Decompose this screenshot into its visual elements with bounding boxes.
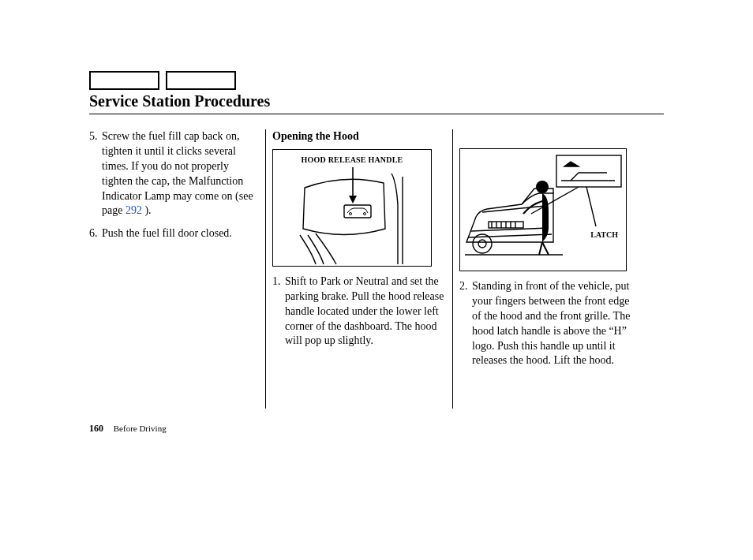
figure-label-latch: LATCH [590,230,618,241]
svg-rect-5 [556,155,621,187]
page-footer: 160 Before Driving [89,423,167,435]
section-name: Before Driving [114,424,167,433]
title-rule [89,114,664,114]
hood-latch-illustration [460,149,626,271]
svg-point-1 [350,212,352,215]
top-tab-boxes [89,71,236,90]
svg-marker-4 [349,196,357,203]
text-run: ). [142,204,152,216]
list-number: 1. [272,274,285,349]
list-item: 6. Push the fuel fill door closed. [89,226,259,241]
svg-line-18 [586,187,596,226]
hood-open-steps: 1. Shift to Park or Neutral and set the … [272,274,446,349]
list-item: 5. Screw the fuel fill cap back on, tigh… [89,129,259,218]
list-text: Standing in front of the vehicle, put yo… [472,279,637,368]
list-text: Screw the fuel fill cap back on, tighten… [102,129,259,218]
hood-release-illustration [273,150,431,266]
list-number: 6. [89,226,102,241]
hood-latch-steps: 2. Standing in front of the vehicle, put… [459,279,637,368]
page-ref-link[interactable]: 292 [126,204,142,216]
svg-point-2 [364,212,366,215]
tab-box-a [89,71,159,90]
svg-point-16 [536,181,549,193]
figure-hood-release-handle: HOOD RELEASE HANDLE [272,149,432,267]
column-2: Opening the Hood HOOD RELEASE HANDLE [265,129,452,409]
text-run: Screw the fuel fill cap back on, tighten… [102,130,253,216]
spacer [459,129,637,148]
subheading-opening-hood: Opening the Hood [272,129,446,144]
list-text: Shift to Park or Neutral and set the par… [285,274,446,349]
page-title: Service Station Procedures [89,92,270,110]
figure-hood-latch: LATCH [459,148,627,271]
list-item: 1. Shift to Park or Neutral and set the … [272,274,446,349]
column-1: 5. Screw the fuel fill cap back on, tigh… [89,129,265,409]
fuel-cap-steps: 5. Screw the fuel fill cap back on, tigh… [89,129,259,241]
list-number: 2. [459,279,472,368]
list-number: 5. [89,129,102,218]
page-number: 160 [89,423,103,434]
content-columns: 5. Screw the fuel fill cap back on, tigh… [89,129,664,409]
tab-box-b [166,71,236,90]
list-item: 2. Standing in front of the vehicle, put… [459,279,637,368]
svg-point-14 [478,240,486,248]
manual-page: Service Station Procedures 5. Screw the … [0,0,753,560]
list-text: Push the fuel fill door closed. [102,226,259,241]
column-3: LATCH 2. Standing in front of the vehicl… [452,129,637,409]
